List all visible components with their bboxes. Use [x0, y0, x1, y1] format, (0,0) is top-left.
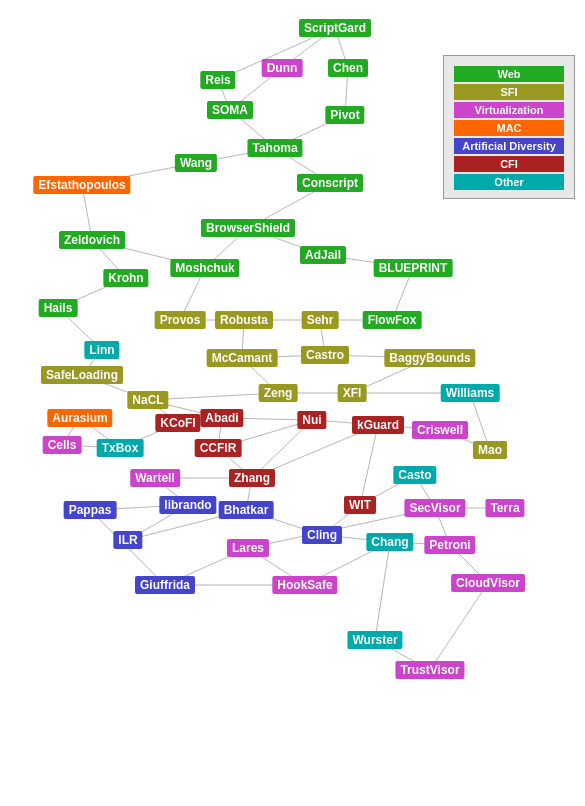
node-txbox[interactable]: TxBox: [97, 439, 144, 457]
svg-line-51: [360, 425, 378, 505]
legend-item-cfi: CFI: [454, 156, 564, 172]
graph-container: WebSFIVirtualizationMACArtificial Divers…: [0, 0, 585, 806]
legend-items: WebSFIVirtualizationMACArtificial Divers…: [454, 66, 564, 190]
node-abadi[interactable]: Abadi: [200, 409, 243, 427]
node-chen[interactable]: Chen: [328, 59, 368, 77]
node-kguard[interactable]: kGuard: [352, 416, 404, 434]
node-pappas[interactable]: Pappas: [64, 501, 117, 519]
legend-item-other: Other: [454, 174, 564, 190]
legend-item-mac: MAC: [454, 120, 564, 136]
legend: WebSFIVirtualizationMACArtificial Divers…: [443, 55, 575, 199]
node-browsershield[interactable]: BrowserShield: [201, 219, 295, 237]
node-linn[interactable]: Linn: [84, 341, 119, 359]
node-williams[interactable]: Williams: [441, 384, 500, 402]
node-wang[interactable]: Wang: [175, 154, 217, 172]
node-casto[interactable]: Casto: [393, 466, 436, 484]
node-zhang[interactable]: Zhang: [229, 469, 275, 487]
node-adjail[interactable]: AdJail: [300, 246, 346, 264]
node-hooksafe[interactable]: HookSafe: [272, 576, 337, 594]
node-zeng[interactable]: Zeng: [259, 384, 298, 402]
node-blueprint[interactable]: BLUEPRINT: [374, 259, 453, 277]
node-hails[interactable]: Hails: [39, 299, 78, 317]
node-nacl[interactable]: NaCL: [127, 391, 168, 409]
node-aurasium[interactable]: Aurasium: [47, 409, 112, 427]
legend-item-virtualization: Virtualization: [454, 102, 564, 118]
node-zeldovich[interactable]: Zeldovich: [59, 231, 125, 249]
legend-item-sfi: SFI: [454, 84, 564, 100]
node-wurster[interactable]: Wurster: [347, 631, 402, 649]
svg-line-57: [375, 542, 390, 640]
node-mccamant[interactable]: McCamant: [207, 349, 278, 367]
node-scriptgard[interactable]: ScriptGard: [299, 19, 371, 37]
node-tahoma[interactable]: Tahoma: [247, 139, 302, 157]
node-xfi[interactable]: XFI: [338, 384, 367, 402]
node-ccfir[interactable]: CCFIR: [195, 439, 242, 457]
node-pivot[interactable]: Pivot: [325, 106, 364, 124]
node-wartell[interactable]: Wartell: [130, 469, 180, 487]
node-baggybounds[interactable]: BaggyBounds: [384, 349, 475, 367]
node-kcofi[interactable]: KCoFI: [155, 414, 200, 432]
node-dunn[interactable]: Dunn: [262, 59, 303, 77]
node-cling[interactable]: Cling: [302, 526, 342, 544]
node-chang[interactable]: Chang: [366, 533, 413, 551]
node-safeloading[interactable]: SafeLoading: [41, 366, 123, 384]
node-efstathopoulos[interactable]: Efstathopoulos: [33, 176, 130, 194]
node-lares[interactable]: Lares: [227, 539, 269, 557]
node-giuffrida[interactable]: Giuffrida: [135, 576, 195, 594]
node-conscript[interactable]: Conscript: [297, 174, 363, 192]
node-sehr[interactable]: Sehr: [302, 311, 339, 329]
node-castro[interactable]: Castro: [301, 346, 349, 364]
node-mao[interactable]: Mao: [473, 441, 507, 459]
node-nui[interactable]: Nui: [297, 411, 326, 429]
node-ilr[interactable]: ILR: [113, 531, 142, 549]
legend-item-artificial-diversity: Artificial Diversity: [454, 138, 564, 154]
node-petroni[interactable]: Petroni: [424, 536, 475, 554]
node-moshchuk[interactable]: Moshchuk: [170, 259, 239, 277]
node-krohn[interactable]: Krohn: [103, 269, 148, 287]
node-wit[interactable]: WIT: [344, 496, 376, 514]
node-criswell[interactable]: Criswell: [412, 421, 468, 439]
legend-item-web: Web: [454, 66, 564, 82]
node-robusta[interactable]: Robusta: [215, 311, 273, 329]
node-bhatkar[interactable]: Bhatkar: [219, 501, 274, 519]
node-trustvisor[interactable]: TrustVisor: [395, 661, 464, 679]
node-librando[interactable]: librando: [159, 496, 216, 514]
svg-line-63: [430, 583, 488, 670]
node-secvisor[interactable]: SecVisor: [404, 499, 465, 517]
node-soma[interactable]: SOMA: [207, 101, 253, 119]
node-terra[interactable]: Terra: [485, 499, 524, 517]
node-reis[interactable]: Reis: [200, 71, 235, 89]
node-flowfox[interactable]: FlowFox: [363, 311, 422, 329]
node-provos[interactable]: Provos: [155, 311, 206, 329]
node-cells[interactable]: Cells: [43, 436, 82, 454]
node-cloudvisor[interactable]: CloudVisor: [451, 574, 525, 592]
